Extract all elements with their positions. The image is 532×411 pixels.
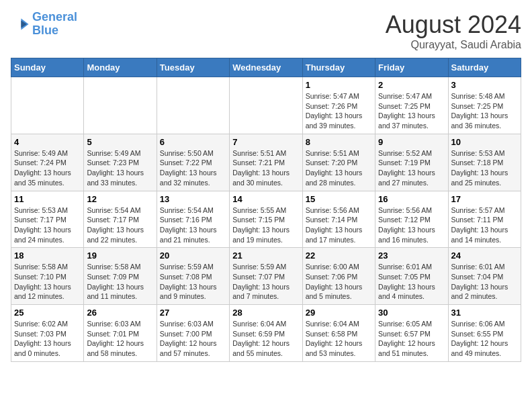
day-number: 12 bbox=[87, 194, 153, 204]
week-row-4: 18Sunrise: 5:58 AMSunset: 7:10 PMDayligh… bbox=[11, 248, 521, 305]
day-info: Sunrise: 5:53 AMSunset: 7:17 PMDaylight:… bbox=[14, 205, 81, 245]
calendar-cell: 20Sunrise: 5:59 AMSunset: 7:08 PMDayligh… bbox=[157, 248, 229, 305]
calendar-cell bbox=[84, 77, 157, 134]
day-number: 19 bbox=[87, 250, 153, 261]
calendar-cell bbox=[11, 77, 84, 134]
day-info: Sunrise: 5:48 AMSunset: 7:25 PMDaylight:… bbox=[451, 91, 518, 131]
calendar-cell: 2Sunrise: 5:47 AMSunset: 7:25 PMDaylight… bbox=[375, 77, 448, 134]
day-number: 30 bbox=[378, 308, 445, 318]
day-info: Sunrise: 5:50 AMSunset: 7:22 PMDaylight:… bbox=[160, 148, 226, 188]
calendar-cell: 6Sunrise: 5:50 AMSunset: 7:22 PMDaylight… bbox=[157, 134, 229, 191]
calendar-cell: 15Sunrise: 5:56 AMSunset: 7:14 PMDayligh… bbox=[302, 191, 375, 248]
calendar-cell: 28Sunrise: 6:04 AMSunset: 6:59 PMDayligh… bbox=[230, 305, 302, 362]
calendar-cell: 14Sunrise: 5:55 AMSunset: 7:15 PMDayligh… bbox=[230, 191, 302, 248]
day-info: Sunrise: 6:01 AMSunset: 7:04 PMDaylight:… bbox=[451, 262, 518, 302]
calendar-cell: 22Sunrise: 6:00 AMSunset: 7:06 PMDayligh… bbox=[302, 248, 375, 305]
day-info: Sunrise: 5:49 AMSunset: 7:23 PMDaylight:… bbox=[87, 148, 153, 188]
day-info: Sunrise: 5:56 AMSunset: 7:12 PMDaylight:… bbox=[378, 205, 445, 245]
day-number: 13 bbox=[160, 194, 226, 204]
logo-text: General Blue bbox=[32, 11, 77, 38]
calendar-cell: 11Sunrise: 5:53 AMSunset: 7:17 PMDayligh… bbox=[11, 191, 84, 248]
day-info: Sunrise: 6:06 AMSunset: 6:55 PMDaylight:… bbox=[451, 319, 518, 359]
logo: General Blue bbox=[11, 11, 77, 38]
day-number: 31 bbox=[451, 308, 518, 318]
calendar-cell: 23Sunrise: 6:01 AMSunset: 7:05 PMDayligh… bbox=[375, 248, 448, 305]
day-number: 22 bbox=[306, 250, 372, 261]
day-number: 8 bbox=[306, 137, 372, 147]
calendar-cell: 17Sunrise: 5:57 AMSunset: 7:11 PMDayligh… bbox=[448, 191, 521, 248]
day-number: 6 bbox=[160, 137, 226, 147]
calendar-cell: 12Sunrise: 5:54 AMSunset: 7:17 PMDayligh… bbox=[84, 191, 157, 248]
day-number: 11 bbox=[14, 194, 81, 204]
day-number: 28 bbox=[232, 308, 299, 318]
day-info: Sunrise: 5:52 AMSunset: 7:19 PMDaylight:… bbox=[378, 148, 445, 188]
day-info: Sunrise: 5:47 AMSunset: 7:25 PMDaylight:… bbox=[378, 91, 445, 131]
logo-icon bbox=[11, 15, 30, 34]
calendar-cell: 24Sunrise: 6:01 AMSunset: 7:04 PMDayligh… bbox=[448, 248, 521, 305]
day-info: Sunrise: 5:51 AMSunset: 7:20 PMDaylight:… bbox=[306, 148, 372, 188]
day-number: 4 bbox=[14, 137, 81, 147]
day-number: 1 bbox=[306, 80, 372, 90]
calendar-cell: 18Sunrise: 5:58 AMSunset: 7:10 PMDayligh… bbox=[11, 248, 84, 305]
weekday-header-wednesday: Wednesday bbox=[230, 58, 302, 77]
day-info: Sunrise: 6:03 AMSunset: 7:01 PMDaylight:… bbox=[87, 319, 153, 359]
day-info: Sunrise: 5:47 AMSunset: 7:26 PMDaylight:… bbox=[306, 91, 372, 131]
subtitle: Qurayyat, Saudi Arabia bbox=[386, 39, 521, 51]
day-info: Sunrise: 6:03 AMSunset: 7:00 PMDaylight:… bbox=[160, 319, 226, 359]
day-number: 14 bbox=[232, 194, 299, 204]
title-block: August 2024 Qurayyat, Saudi Arabia bbox=[386, 11, 521, 51]
day-info: Sunrise: 5:53 AMSunset: 7:18 PMDaylight:… bbox=[451, 148, 518, 188]
day-number: 29 bbox=[306, 308, 372, 318]
day-info: Sunrise: 6:00 AMSunset: 7:06 PMDaylight:… bbox=[306, 262, 372, 302]
calendar-cell: 16Sunrise: 5:56 AMSunset: 7:12 PMDayligh… bbox=[375, 191, 448, 248]
day-number: 20 bbox=[160, 250, 226, 261]
day-info: Sunrise: 5:54 AMSunset: 7:17 PMDaylight:… bbox=[87, 205, 153, 245]
calendar-cell bbox=[157, 77, 229, 134]
main-title: August 2024 bbox=[386, 11, 521, 39]
day-number: 2 bbox=[378, 80, 445, 90]
week-row-5: 25Sunrise: 6:02 AMSunset: 7:03 PMDayligh… bbox=[11, 305, 521, 362]
day-number: 15 bbox=[306, 194, 372, 204]
calendar-cell: 4Sunrise: 5:49 AMSunset: 7:24 PMDaylight… bbox=[11, 134, 84, 191]
week-row-2: 4Sunrise: 5:49 AMSunset: 7:24 PMDaylight… bbox=[11, 134, 521, 191]
day-number: 24 bbox=[451, 250, 518, 261]
day-number: 18 bbox=[14, 250, 81, 261]
calendar: SundayMondayTuesdayWednesdayThursdayFrid… bbox=[11, 58, 521, 362]
calendar-cell: 29Sunrise: 6:04 AMSunset: 6:58 PMDayligh… bbox=[302, 305, 375, 362]
day-info: Sunrise: 5:58 AMSunset: 7:10 PMDaylight:… bbox=[14, 262, 81, 302]
weekday-header-friday: Friday bbox=[375, 58, 448, 77]
weekday-header-monday: Monday bbox=[84, 58, 157, 77]
calendar-cell: 25Sunrise: 6:02 AMSunset: 7:03 PMDayligh… bbox=[11, 305, 84, 362]
calendar-cell: 13Sunrise: 5:54 AMSunset: 7:16 PMDayligh… bbox=[157, 191, 229, 248]
day-info: Sunrise: 5:57 AMSunset: 7:11 PMDaylight:… bbox=[451, 205, 518, 245]
calendar-cell: 21Sunrise: 5:59 AMSunset: 7:07 PMDayligh… bbox=[230, 248, 302, 305]
day-info: Sunrise: 5:59 AMSunset: 7:08 PMDaylight:… bbox=[160, 262, 226, 302]
page-header: General Blue August 2024 Qurayyat, Saudi… bbox=[11, 11, 521, 51]
week-row-3: 11Sunrise: 5:53 AMSunset: 7:17 PMDayligh… bbox=[11, 191, 521, 248]
weekday-header-row: SundayMondayTuesdayWednesdayThursdayFrid… bbox=[11, 58, 521, 77]
day-info: Sunrise: 5:49 AMSunset: 7:24 PMDaylight:… bbox=[14, 148, 81, 188]
day-number: 17 bbox=[451, 194, 518, 204]
calendar-cell: 31Sunrise: 6:06 AMSunset: 6:55 PMDayligh… bbox=[448, 305, 521, 362]
calendar-cell: 5Sunrise: 5:49 AMSunset: 7:23 PMDaylight… bbox=[84, 134, 157, 191]
day-info: Sunrise: 6:04 AMSunset: 6:59 PMDaylight:… bbox=[232, 319, 299, 359]
day-info: Sunrise: 6:04 AMSunset: 6:58 PMDaylight:… bbox=[306, 319, 372, 359]
calendar-cell: 7Sunrise: 5:51 AMSunset: 7:21 PMDaylight… bbox=[230, 134, 302, 191]
calendar-cell bbox=[230, 77, 302, 134]
calendar-cell: 9Sunrise: 5:52 AMSunset: 7:19 PMDaylight… bbox=[375, 134, 448, 191]
day-number: 10 bbox=[451, 137, 518, 147]
day-info: Sunrise: 6:01 AMSunset: 7:05 PMDaylight:… bbox=[378, 262, 445, 302]
day-info: Sunrise: 5:51 AMSunset: 7:21 PMDaylight:… bbox=[232, 148, 299, 188]
day-info: Sunrise: 5:55 AMSunset: 7:15 PMDaylight:… bbox=[232, 205, 299, 245]
day-number: 21 bbox=[232, 250, 299, 261]
day-number: 3 bbox=[451, 80, 518, 90]
day-number: 27 bbox=[160, 308, 226, 318]
day-info: Sunrise: 5:58 AMSunset: 7:09 PMDaylight:… bbox=[87, 262, 153, 302]
calendar-cell: 19Sunrise: 5:58 AMSunset: 7:09 PMDayligh… bbox=[84, 248, 157, 305]
day-info: Sunrise: 6:02 AMSunset: 7:03 PMDaylight:… bbox=[14, 319, 81, 359]
weekday-header-tuesday: Tuesday bbox=[157, 58, 229, 77]
day-info: Sunrise: 5:54 AMSunset: 7:16 PMDaylight:… bbox=[160, 205, 226, 245]
day-number: 26 bbox=[87, 308, 153, 318]
day-info: Sunrise: 5:59 AMSunset: 7:07 PMDaylight:… bbox=[232, 262, 299, 302]
day-number: 25 bbox=[14, 308, 81, 318]
